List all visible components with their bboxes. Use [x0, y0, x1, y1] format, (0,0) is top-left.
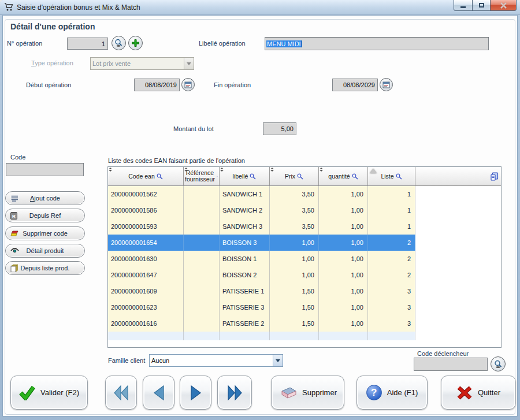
next-record-button[interactable] — [180, 376, 211, 410]
table-cell: 3 — [368, 299, 415, 315]
table-cell: SANDWICH 3 — [220, 218, 270, 235]
operation-number-field[interactable]: 1 — [67, 38, 108, 50]
operation-type-dropdown[interactable]: Lot prix vente — [90, 57, 194, 70]
table-row[interactable]: 2000000001616PATISSERIE 21,501,003 — [108, 315, 501, 332]
selected-text: MENU MIDI — [266, 40, 302, 47]
minimize-icon — [460, 6, 466, 8]
column-header-quantite[interactable]: quantité — [319, 167, 368, 185]
eye-icon — [10, 248, 19, 254]
table-row[interactable]: 2000000001593SANDWICH 33,501,001 — [108, 218, 501, 235]
column-header-code-ean[interactable]: Code ean — [108, 167, 184, 185]
from-ref-label: Depuis Ref — [6, 212, 84, 219]
operation-label-field[interactable]: MENU MIDI — [265, 37, 489, 50]
column-header-actions[interactable] — [415, 167, 501, 185]
app-window: Saisie d'opération bonus et Mix & Match … — [0, 0, 520, 420]
first-icon — [113, 384, 130, 402]
table-cell — [184, 299, 220, 315]
table-cell — [184, 267, 220, 283]
table-row[interactable]: 2000000001609PATISSERIE 11,501,003 — [108, 283, 501, 299]
add-code-button[interactable]: Ajout code — [5, 191, 85, 205]
start-date-calendar-button[interactable] — [181, 78, 195, 91]
end-date-field[interactable]: 08/08/2029 — [332, 79, 378, 91]
product-detail-button[interactable]: Détail produit — [5, 244, 85, 258]
add-operation-button[interactable] — [128, 36, 143, 50]
table-cell: 3 — [368, 315, 415, 332]
help-button[interactable]: ? Aide (F1) — [356, 376, 428, 410]
table-cell: 2000000001593 — [108, 218, 184, 235]
table-cell: 1,00 — [319, 315, 368, 332]
maximize-button[interactable] — [473, 0, 491, 11]
filter-search-icon — [297, 173, 303, 180]
trigger-code-search-button[interactable] — [491, 356, 506, 371]
table-row[interactable]: 2000000001623PATISSERIE 31,501,003 — [108, 299, 501, 315]
table-cell: 1,00 — [319, 202, 368, 218]
start-date-label: Début opération — [26, 81, 71, 88]
table-row[interactable]: 2000000001562SANDWICH 13,501,001 — [108, 186, 501, 202]
window-title: Saisie d'opération bonus et Mix & Match — [17, 3, 140, 12]
title-bar[interactable]: Saisie d'opération bonus et Mix & Match — [0, 0, 520, 15]
table-row[interactable]: 2000000001654BOISSON 31,001,002 — [108, 235, 501, 251]
client-family-dropdown[interactable]: Aucun — [149, 354, 283, 367]
table-cell: 2 — [368, 251, 415, 267]
last-record-button[interactable] — [217, 376, 252, 410]
table-cell — [415, 251, 501, 267]
table-caption: Liste des codes EAN faisant partie de l'… — [108, 157, 245, 164]
previous-record-button[interactable] — [143, 376, 174, 410]
quit-label: Quitter — [478, 388, 500, 397]
first-record-button[interactable] — [105, 376, 137, 410]
end-date-calendar-button[interactable] — [380, 78, 393, 91]
search-icon — [494, 360, 503, 369]
sort-icon — [184, 168, 188, 172]
table-cell: 2 — [368, 235, 415, 251]
table-row[interactable]: 2000000001630BOISSON 11,001,002 — [108, 251, 501, 267]
table-cell: BOISSON 2 — [220, 267, 270, 283]
close-button[interactable] — [491, 0, 517, 11]
start-date-field[interactable]: 08/08/2019 — [134, 79, 180, 91]
pages-icon — [10, 264, 18, 272]
search-operation-button[interactable] — [112, 36, 126, 50]
table-cell — [184, 235, 220, 251]
table-cell: 1 — [368, 218, 415, 235]
column-header-libelle[interactable]: libellé — [220, 167, 270, 185]
table-row[interactable]: 2000000001647BOISSON 21,001,002 — [108, 267, 501, 283]
table-row[interactable]: 2000000001586SANDWICH 23,501,001 — [108, 202, 501, 218]
column-label: Liste — [381, 173, 393, 180]
table-cell: 1,00 — [319, 218, 368, 235]
table-cell — [184, 315, 220, 332]
sort-icon — [109, 168, 112, 172]
table-cell: 1,00 — [319, 267, 368, 283]
table-cell: PATISSERIE 3 — [220, 299, 270, 315]
trigger-code-field[interactable] — [414, 358, 488, 371]
filter-search-icon — [217, 173, 218, 180]
column-header-prix[interactable]: Prix — [270, 167, 319, 185]
filter-search-icon — [157, 173, 163, 180]
table-cell: 3,50 — [270, 186, 319, 202]
delete-code-button[interactable]: Supprimer code — [5, 226, 85, 240]
code-label: Code — [10, 154, 25, 161]
code-field[interactable] — [6, 163, 84, 176]
table-cell — [415, 283, 501, 299]
calendar-icon — [184, 81, 192, 88]
quit-button[interactable]: Quitter — [441, 376, 516, 410]
column-header-liste[interactable]: Liste — [368, 167, 415, 185]
minimize-button[interactable] — [454, 0, 473, 11]
table-cell: 2000000001630 — [108, 251, 184, 267]
table-cell: PATISSERIE 2 — [220, 315, 270, 332]
table-cell: PATISSERIE 1 — [220, 283, 270, 299]
column-label: Prix — [285, 173, 295, 180]
eraser-icon — [278, 386, 297, 399]
column-header-reference-fournisseur[interactable]: Référence fournisseur — [184, 167, 220, 185]
table-cell: 1,00 — [270, 235, 319, 251]
table-cell: 1,00 — [319, 186, 368, 202]
from-product-list-button[interactable]: Depuis liste prod. — [5, 261, 85, 275]
check-icon — [19, 385, 35, 400]
cart-icon — [4, 3, 13, 12]
validate-button[interactable]: Valider (F2) — [10, 376, 88, 410]
delete-button[interactable]: Supprimer — [271, 376, 344, 410]
client-family-label: Famille client — [108, 357, 145, 364]
column-label: libellé — [233, 173, 248, 180]
chevron-down-icon — [276, 359, 280, 362]
lot-amount-field[interactable]: 5,00 — [263, 122, 296, 135]
svg-text:R: R — [12, 213, 16, 218]
from-ref-button[interactable]: R Depuis Ref — [5, 209, 85, 222]
